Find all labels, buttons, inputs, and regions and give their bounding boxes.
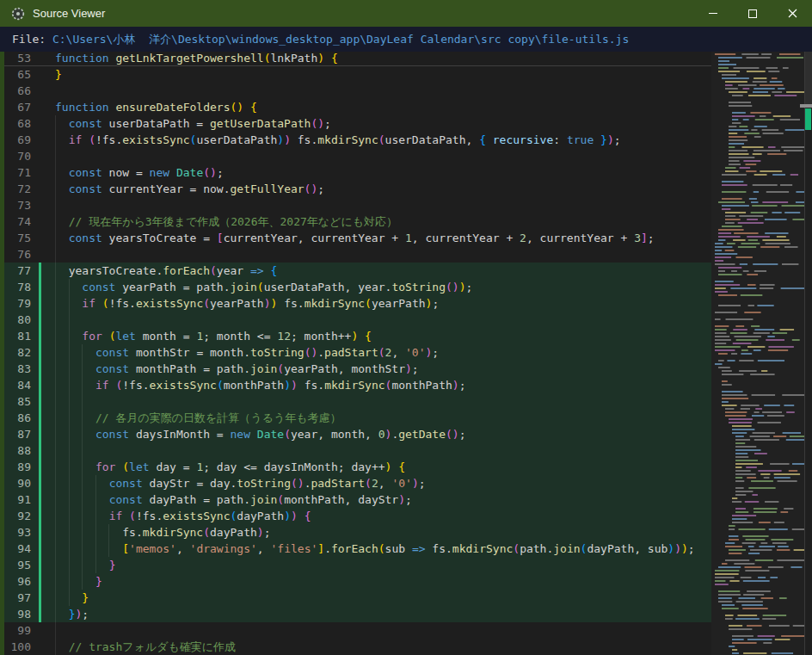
code-line[interactable]: 67function ensureDateFolders() { [4,99,711,115]
line-number[interactable]: 85 [4,393,39,410]
code-line[interactable]: 85 [4,393,711,410]
line-number[interactable]: 96 [4,573,39,590]
line-number[interactable]: 93 [4,524,39,541]
line-number[interactable]: 79 [4,295,39,312]
code-line[interactable]: 68 const userDataPath = getUserDataPath(… [4,115,711,132]
maximize-button[interactable] [733,0,772,27]
code-line[interactable]: 87 const daysInMonth = new Date(year, mo… [4,426,711,442]
line-number[interactable]: 77 [4,263,39,279]
close-button[interactable] [772,0,812,27]
editor-main: 53function getLnkTargetPowershell(lnkPat… [0,52,812,655]
line-number[interactable]: 71 [4,164,39,181]
code-line[interactable]: 99 [4,622,711,639]
indent-guides [55,442,83,459]
code-text: for (let month = 1; month <= 12; month++… [41,328,711,344]
code-line[interactable]: 82 const monthStr = month.toString().pad… [4,344,711,361]
code-line[interactable]: 74 // 現在年から3年後まで作成（2026年、2027年などにも対応） [4,213,711,230]
overview-ruler[interactable] [804,52,812,655]
line-number[interactable]: 95 [4,557,39,573]
line-number[interactable]: 74 [4,213,39,230]
line-number[interactable]: 91 [4,491,39,508]
code-text: fs.mkdirSync(dayPath); [41,524,711,541]
code-line[interactable]: 91 const dayPath = path.join(monthPath, … [4,491,711,508]
line-number[interactable]: 70 [4,148,39,164]
line-number[interactable]: 92 [4,508,39,524]
close-icon [788,9,797,18]
code-line[interactable]: 92 if (!fs.existsSync(dayPath)) { [4,508,711,524]
line-number[interactable]: 69 [4,132,39,148]
code-line[interactable]: 95 } [4,557,711,573]
line-number[interactable]: 89 [4,459,39,475]
code-line[interactable]: 100 // trashフォルダも確実に作成 [4,639,711,655]
window-title: Source Viewer [33,7,105,20]
code-line[interactable]: 94 ['memos', 'drawings', 'files'].forEac… [4,541,711,557]
line-number[interactable]: 53 [4,52,39,66]
code-editor[interactable]: 53function getLnkTargetPowershell(lnkPat… [4,52,711,655]
code-line[interactable]: 84 if (!fs.existsSync(monthPath)) fs.mkd… [4,377,711,393]
code-line[interactable]: 76 [4,246,711,263]
line-number[interactable]: 78 [4,279,39,295]
code-line[interactable]: 79 if (!fs.existsSync(yearPath)) fs.mkdi… [4,295,711,312]
code-text: }); [41,606,711,622]
code-line[interactable]: 75 const yearsToCreate = [currentYear, c… [4,230,711,246]
code-text: for (let day = 1; day <= daysInMonth; da… [41,459,711,475]
code-line[interactable]: 90 const dayStr = day.toString().padStar… [4,475,711,491]
code-line[interactable]: 77 yearsToCreate.forEach(year => { [4,263,711,279]
code-text: const daysInMonth = new Date(year, month… [41,426,711,442]
code-line[interactable]: 78 const yearPath = path.join(userDataPa… [4,279,711,295]
code-text: // trashフォルダも確実に作成 [41,639,711,655]
line-number[interactable]: 81 [4,328,39,344]
line-number[interactable]: 99 [4,622,39,639]
code-line[interactable]: 69 if (!fs.existsSync(userDataPath)) fs.… [4,132,711,148]
line-number[interactable]: 83 [4,361,39,377]
code-line[interactable]: 65} [4,66,711,83]
scrollbar-thumb[interactable] [805,52,812,104]
code-text: const dayPath = path.join(monthPath, day… [41,491,711,508]
line-number[interactable]: 90 [4,475,39,491]
title-bar: Source Viewer [0,0,812,27]
code-line[interactable]: 83 const monthPath = path.join(yearPath,… [4,361,711,377]
code-line[interactable]: 98 }); [4,606,711,622]
line-number[interactable]: 76 [4,246,39,263]
code-line[interactable]: 70 [4,148,711,164]
code-line[interactable]: 53function getLnkTargetPowershell(lnkPat… [4,52,711,66]
code-line[interactable]: 66 [4,83,711,99]
code-text [41,312,711,328]
code-line[interactable]: 86 // 各月の実際の日数を計算（うるう年も考慮） [4,410,711,426]
code-line[interactable]: 88 [4,442,711,459]
code-line[interactable]: 89 for (let day = 1; day <= daysInMonth;… [4,459,711,475]
line-number[interactable]: 86 [4,410,39,426]
line-number[interactable]: 82 [4,344,39,361]
line-number[interactable]: 68 [4,115,39,132]
code-line[interactable]: 80 [4,312,711,328]
code-text: ['memos', 'drawings', 'files'].forEach(s… [41,541,711,557]
code-line[interactable]: 97 } [4,590,711,606]
line-number[interactable]: 72 [4,181,39,197]
line-number[interactable]: 67 [4,99,39,115]
code-text: const monthPath = path.join(yearPath, mo… [41,361,711,377]
line-number[interactable]: 65 [4,66,39,83]
line-number[interactable]: 73 [4,197,39,213]
line-number[interactable]: 98 [4,606,39,622]
line-number[interactable]: 80 [4,312,39,328]
indent-guides [55,148,57,164]
code-text: } [41,573,711,590]
code-line[interactable]: 72 const currentYear = now.getFullYear()… [4,181,711,197]
minimap[interactable] [711,52,804,655]
code-line[interactable]: 96 } [4,573,711,590]
code-line[interactable]: 81 for (let month = 1; month <= 12; mont… [4,328,711,344]
line-number[interactable]: 66 [4,83,39,99]
code-line[interactable]: 93 fs.mkdirSync(dayPath); [4,524,711,541]
line-number[interactable]: 75 [4,230,39,246]
line-number[interactable]: 97 [4,590,39,606]
code-text [41,197,711,213]
code-text: function getLnkTargetPowershell(lnkPath)… [41,52,711,66]
code-line[interactable]: 73 [4,197,711,213]
line-number[interactable]: 88 [4,442,39,459]
line-number[interactable]: 100 [4,639,39,655]
line-number[interactable]: 87 [4,426,39,442]
line-number[interactable]: 94 [4,541,39,557]
code-line[interactable]: 71 const now = new Date(); [4,164,711,181]
line-number[interactable]: 84 [4,377,39,393]
minimize-button[interactable] [693,0,733,27]
